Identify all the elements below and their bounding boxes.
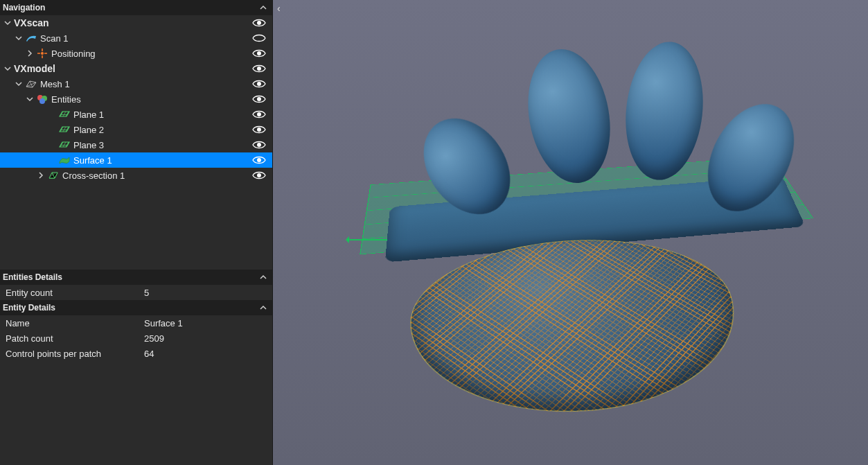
visibility-toggle-icon[interactable] [251, 139, 267, 151]
detail-label: Name [6, 318, 144, 328]
chevron-down-icon[interactable] [25, 94, 35, 104]
navigation-panel-title: Navigation [3, 3, 258, 12]
chevron-right-icon[interactable] [25, 49, 35, 58]
chevron-down-icon[interactable] [14, 33, 24, 43]
plane-icon [58, 139, 71, 151]
visibility-toggle-icon[interactable] [251, 17, 267, 29]
tree-label: Positioning [51, 49, 251, 59]
visibility-toggle-icon[interactable] [251, 93, 267, 105]
axis-x-icon [348, 239, 389, 240]
visibility-toggle-icon[interactable] [251, 123, 267, 136]
detail-label: Entity count [6, 288, 144, 298]
tree-item-plane3[interactable]: Plane 3 [0, 137, 272, 152]
svg-point-12 [257, 158, 261, 162]
visibility-toggle-icon[interactable] [251, 78, 267, 90]
tree-label: Entities [51, 94, 251, 105]
tree-item-surface1[interactable]: Surface 1 [0, 152, 272, 168]
svg-point-9 [257, 112, 261, 116]
tree-label: Mesh 1 [40, 79, 251, 89]
sidebar: Navigation VXscan Scan 1 [0, 0, 273, 465]
entities-details-header[interactable]: Entities Details [0, 270, 272, 285]
detail-row-entity-count: Entity count 5 [0, 285, 272, 300]
detail-label: Patch count [6, 333, 144, 344]
tree-label: Plane 3 [73, 140, 251, 150]
svg-point-7 [39, 98, 45, 104]
entities-icon [36, 93, 48, 105]
surface-wireframe [407, 230, 761, 427]
chevron-down-icon[interactable] [3, 18, 12, 28]
visibility-toggle-icon[interactable] [251, 154, 267, 166]
svg-point-8 [257, 97, 261, 101]
viewport-3d[interactable]: ‹ [273, 0, 868, 465]
detail-label: Control points per patch [6, 349, 144, 359]
visibility-toggle-icon[interactable] [251, 32, 267, 44]
tree-item-entities[interactable]: Entities [0, 91, 272, 107]
tree-label: Cross-section 1 [62, 170, 251, 181]
chevron-up-icon[interactable] [258, 303, 268, 313]
svg-point-1 [41, 52, 44, 55]
tree-item-vxscan[interactable]: VXscan [0, 15, 272, 30]
detail-value: Surface 1 [144, 318, 267, 328]
navigation-tree: VXscan Scan 1 Posi [0, 15, 272, 270]
tree-item-positioning[interactable]: Positioning [0, 46, 272, 61]
tree-item-plane1[interactable]: Plane 1 [0, 107, 272, 122]
visibility-toggle-icon[interactable] [251, 169, 267, 182]
detail-row-name: Name Surface 1 [0, 315, 272, 331]
navigation-panel-header[interactable]: Navigation [0, 0, 272, 15]
entities-details-title: Entities Details [3, 272, 258, 282]
tree-label: Surface 1 [73, 155, 251, 166]
detail-row-patch-count: Patch count 2509 [0, 331, 272, 346]
chevron-up-icon[interactable] [258, 3, 268, 12]
detail-value: 64 [144, 349, 267, 359]
detail-row-cpp: Control points per patch 64 [0, 346, 272, 361]
svg-point-2 [257, 51, 261, 55]
cross-section-icon [47, 169, 60, 182]
entity-details-header[interactable]: Entity Details [0, 300, 272, 315]
chevron-down-icon[interactable] [3, 64, 12, 73]
tree-label: Plane 2 [73, 125, 251, 135]
tree-item-plane2[interactable]: Plane 2 [0, 122, 272, 137]
entity-details-title: Entity Details [3, 303, 258, 313]
scan-icon [25, 32, 37, 44]
chevron-down-icon[interactable] [14, 79, 24, 89]
scene-3d[interactable] [273, 0, 868, 465]
tree-label: VXmodel [14, 63, 251, 74]
tree-label: VXscan [14, 17, 251, 28]
visibility-toggle-icon[interactable] [251, 62, 267, 75]
tree-label: Scan 1 [40, 33, 251, 44]
svg-point-11 [257, 143, 261, 147]
svg-point-3 [257, 67, 261, 71]
surface-icon [58, 154, 71, 166]
positioning-icon [36, 47, 48, 60]
tree-label: Plane 1 [73, 109, 251, 120]
svg-point-0 [257, 21, 261, 25]
svg-point-4 [257, 82, 261, 86]
detail-value: 2509 [144, 333, 267, 344]
plane-icon [58, 108, 71, 121]
visibility-toggle-icon[interactable] [251, 108, 267, 121]
plane-icon [58, 123, 71, 136]
tree-item-crosssection1[interactable]: Cross-section 1 [0, 168, 272, 183]
tree-item-mesh1[interactable]: Mesh 1 [0, 76, 272, 91]
tree-item-vxmodel[interactable]: VXmodel [0, 61, 272, 76]
detail-value: 5 [144, 288, 267, 298]
visibility-toggle-icon[interactable] [251, 47, 267, 60]
tree-item-scan1[interactable]: Scan 1 [0, 30, 272, 46]
mesh-icon [25, 78, 37, 90]
svg-point-10 [257, 128, 261, 132]
chevron-right-icon[interactable] [36, 170, 46, 180]
svg-point-13 [257, 173, 261, 177]
chevron-up-icon[interactable] [258, 272, 268, 282]
